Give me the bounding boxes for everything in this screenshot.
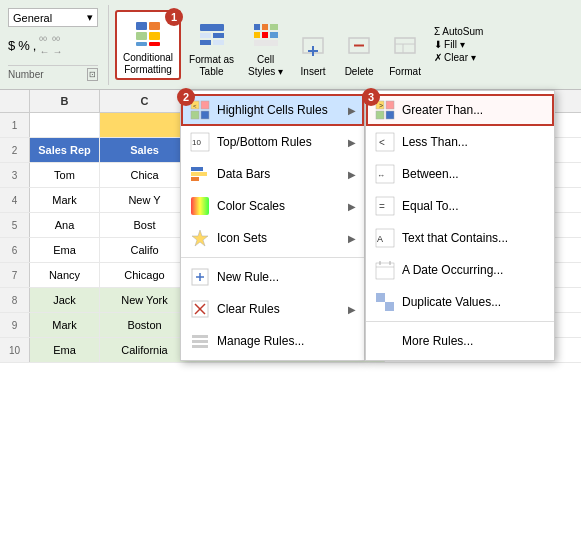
- format-table-icon: [196, 20, 228, 52]
- insert-icon: [297, 32, 329, 64]
- menu-item-top-bottom[interactable]: 10 Top/Bottom Rules ▶: [181, 126, 364, 158]
- cell-ema-city[interactable]: Califo: [100, 238, 190, 262]
- cell-jack-city[interactable]: New York: [100, 288, 190, 312]
- clear-rules-label: Clear Rules: [217, 302, 280, 316]
- svg-rect-3: [149, 32, 160, 40]
- conditional-formatting-label: Conditional Formatting: [123, 52, 173, 76]
- header-sales[interactable]: Sales: [100, 138, 190, 162]
- cell-styles-button[interactable]: CellStyles ▾: [242, 10, 289, 80]
- less-than-icon: <: [374, 131, 396, 153]
- insert-button[interactable]: Insert: [291, 10, 335, 80]
- svg-text:>: >: [379, 102, 383, 109]
- menu-item-less-than[interactable]: < Less Than...: [366, 126, 554, 158]
- icon-sets-label: Icon Sets: [217, 231, 267, 245]
- svg-rect-9: [200, 40, 211, 45]
- cell-tom-city[interactable]: Chica: [100, 163, 190, 187]
- equal-to-label: Equal To...: [402, 199, 458, 213]
- less-than-label: Less Than...: [402, 135, 468, 149]
- cell-nancy-city[interactable]: Chicago: [100, 263, 190, 287]
- icon-sets-arrow: ▶: [348, 233, 356, 244]
- svg-text:=: =: [379, 201, 385, 212]
- menu-item-text-contains[interactable]: A Text that Contains...: [366, 222, 554, 254]
- svg-rect-8: [213, 33, 224, 38]
- menu-item-date-occurring[interactable]: A Date Occurring...: [366, 254, 554, 286]
- svg-rect-60: [376, 263, 394, 279]
- cell-mark[interactable]: Mark: [30, 188, 100, 212]
- cell-ema[interactable]: Ema: [30, 238, 100, 262]
- cell-1-b[interactable]: [30, 113, 100, 137]
- conditional-format-menu: < Highlight Cells Rules ▶ 2 10 Top/Botto…: [180, 90, 365, 361]
- svg-rect-48: [386, 101, 394, 109]
- data-bars-icon: [189, 163, 211, 185]
- between-icon: ↔: [374, 163, 396, 185]
- menu-item-data-bars[interactable]: Data Bars ▶: [181, 158, 364, 190]
- svg-rect-49: [376, 111, 384, 119]
- svg-text:↔: ↔: [377, 171, 385, 180]
- manage-rules-label: Manage Rules...: [217, 334, 304, 348]
- new-rule-label: New Rule...: [217, 270, 279, 284]
- cell-ema2[interactable]: Ema: [30, 338, 100, 362]
- menu-item-equal-to[interactable]: = Equal To...: [366, 190, 554, 222]
- format-as-table-button[interactable]: Format as Table: [183, 10, 240, 80]
- cell-styles-icon: [250, 20, 282, 52]
- cell-4-num: 4: [0, 188, 30, 212]
- greater-than-label: Greater Than...: [402, 103, 483, 117]
- cell-jack[interactable]: Jack: [30, 288, 100, 312]
- svg-rect-64: [376, 293, 385, 302]
- header-sales-rep[interactable]: Sales Rep: [30, 138, 100, 162]
- svg-rect-36: [191, 197, 209, 215]
- data-bars-label: Data Bars: [217, 167, 270, 181]
- fill-button[interactable]: ⬇ Fill ▾: [431, 38, 486, 51]
- delete-button[interactable]: Delete: [337, 10, 381, 80]
- svg-text:A: A: [377, 234, 383, 244]
- cell-ana-city[interactable]: Bost: [100, 213, 190, 237]
- svg-rect-1: [149, 22, 160, 30]
- delete-label: Delete: [345, 66, 374, 78]
- date-occurring-icon: [374, 259, 396, 281]
- menu-item-duplicate-values[interactable]: Duplicate Values...: [366, 286, 554, 318]
- svg-rect-10: [213, 40, 224, 45]
- svg-rect-14: [254, 32, 260, 38]
- format-button[interactable]: Format: [383, 10, 427, 80]
- menu-item-clear-rules[interactable]: Clear Rules ▶: [181, 293, 364, 325]
- cell-9-num: 9: [0, 313, 30, 337]
- clear-button[interactable]: ✗ Clear ▾: [431, 51, 486, 64]
- data-bars-arrow: ▶: [348, 169, 356, 180]
- cell-mark-city[interactable]: New Y: [100, 188, 190, 212]
- svg-rect-46: [192, 345, 208, 348]
- menu-item-new-rule[interactable]: New Rule...: [181, 261, 364, 293]
- number-format-dropdown[interactable]: General ▾: [8, 8, 98, 27]
- menu-item-manage-rules[interactable]: Manage Rules...: [181, 325, 364, 357]
- menu-item-highlight-cells[interactable]: < Highlight Cells Rules ▶ 2: [181, 94, 364, 126]
- svg-rect-44: [192, 335, 208, 338]
- svg-rect-28: [191, 111, 199, 119]
- highlight-cells-arrow: ▶: [348, 105, 356, 116]
- cell-mark2[interactable]: Mark: [30, 313, 100, 337]
- cell-styles-label: CellStyles ▾: [248, 54, 283, 78]
- ribbon: General ▾ $ % , ⁰⁰← ⁰⁰→ Number ⊡: [0, 0, 581, 90]
- cell-ema2-city[interactable]: California: [100, 338, 190, 362]
- menu-item-more-rules[interactable]: More Rules...: [366, 325, 554, 357]
- top-bottom-label: Top/Bottom Rules: [217, 135, 312, 149]
- menu-item-greater-than[interactable]: > Greater Than... 3: [366, 94, 554, 126]
- number-expand[interactable]: ⊡: [87, 68, 98, 81]
- menu-item-icon-sets[interactable]: Icon Sets ▶: [181, 222, 364, 254]
- cell-mark2-city[interactable]: Boston: [100, 313, 190, 337]
- svg-rect-35: [191, 177, 199, 181]
- autosum-button[interactable]: Σ AutoSum: [431, 25, 486, 38]
- svg-rect-0: [136, 22, 147, 30]
- cell-nancy[interactable]: Nancy: [30, 263, 100, 287]
- insert-label: Insert: [301, 66, 326, 78]
- svg-rect-34: [191, 172, 207, 176]
- col-header-b[interactable]: B: [30, 90, 100, 112]
- cell-ana[interactable]: Ana: [30, 213, 100, 237]
- between-label: Between...: [402, 167, 459, 181]
- menu-separator-2: [366, 321, 554, 322]
- svg-rect-13: [270, 24, 278, 30]
- menu-item-color-scales[interactable]: Color Scales ▶: [181, 190, 364, 222]
- cell-5-num: 5: [0, 213, 30, 237]
- svg-rect-50: [386, 111, 394, 119]
- cell-tom[interactable]: Tom: [30, 163, 100, 187]
- svg-rect-33: [191, 167, 203, 171]
- menu-item-between[interactable]: ↔ Between...: [366, 158, 554, 190]
